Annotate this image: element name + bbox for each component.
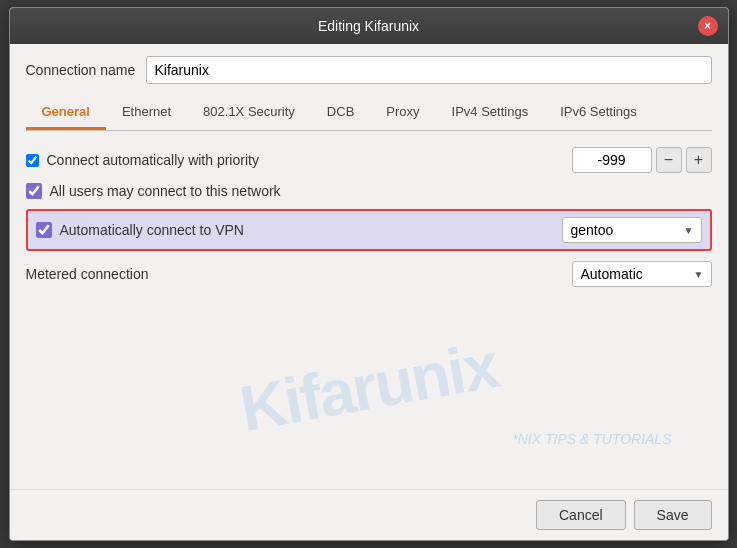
- all-users-label: All users may connect to this network: [50, 183, 281, 199]
- vpn-row: Automatically connect to VPN gentoo othe…: [26, 209, 712, 251]
- priority-controls: − +: [572, 147, 712, 173]
- connect-auto-row: Connect automatically with priority − +: [26, 147, 712, 173]
- priority-input[interactable]: [572, 147, 652, 173]
- metered-select[interactable]: Automatic Yes No: [572, 261, 712, 287]
- all-users-checkbox[interactable]: [26, 183, 42, 199]
- close-button[interactable]: ×: [698, 16, 718, 36]
- editing-dialog: Editing Kifarunix × Connection name Gene…: [9, 7, 729, 541]
- dialog-footer: Cancel Save: [10, 489, 728, 540]
- vpn-label: Automatically connect to VPN: [60, 222, 554, 238]
- watermark-main: Kifarunix: [234, 328, 502, 446]
- connection-name-row: Connection name: [26, 56, 712, 84]
- save-button[interactable]: Save: [634, 500, 712, 530]
- all-users-row: All users may connect to this network: [26, 183, 712, 199]
- dialog-content: Connection name General Ethernet 802.1X …: [10, 44, 728, 489]
- tab-8021x-security[interactable]: 802.1X Security: [187, 96, 311, 130]
- dialog-title: Editing Kifarunix: [318, 18, 419, 34]
- tab-proxy[interactable]: Proxy: [370, 96, 435, 130]
- titlebar: Editing Kifarunix ×: [10, 8, 728, 44]
- cancel-button[interactable]: Cancel: [536, 500, 626, 530]
- tab-ipv4-settings[interactable]: IPv4 Settings: [436, 96, 545, 130]
- tab-ipv6-settings[interactable]: IPv6 Settings: [544, 96, 653, 130]
- connection-name-input[interactable]: [146, 56, 712, 84]
- tabs-bar: General Ethernet 802.1X Security DCB Pro…: [26, 96, 712, 131]
- vpn-checkbox[interactable]: [36, 222, 52, 238]
- connect-auto-label: Connect automatically with priority: [47, 152, 259, 168]
- connection-name-label: Connection name: [26, 62, 136, 78]
- priority-decrement-button[interactable]: −: [656, 147, 682, 173]
- connect-auto-checkbox[interactable]: [26, 154, 39, 167]
- vpn-select[interactable]: gentoo other-vpn: [562, 217, 702, 243]
- watermark-subtitle: *NIX TIPS & TUTORIALS: [512, 431, 671, 447]
- vpn-select-wrapper: gentoo other-vpn: [562, 217, 702, 243]
- tab-dcb[interactable]: DCB: [311, 96, 370, 130]
- watermark-area: Kifarunix *NIX TIPS & TUTORIALS: [26, 297, 712, 477]
- priority-increment-button[interactable]: +: [686, 147, 712, 173]
- metered-label: Metered connection: [26, 266, 564, 282]
- metered-row: Metered connection Automatic Yes No: [26, 261, 712, 287]
- metered-select-wrapper: Automatic Yes No: [572, 261, 712, 287]
- tab-ethernet[interactable]: Ethernet: [106, 96, 187, 130]
- tab-general[interactable]: General: [26, 96, 106, 130]
